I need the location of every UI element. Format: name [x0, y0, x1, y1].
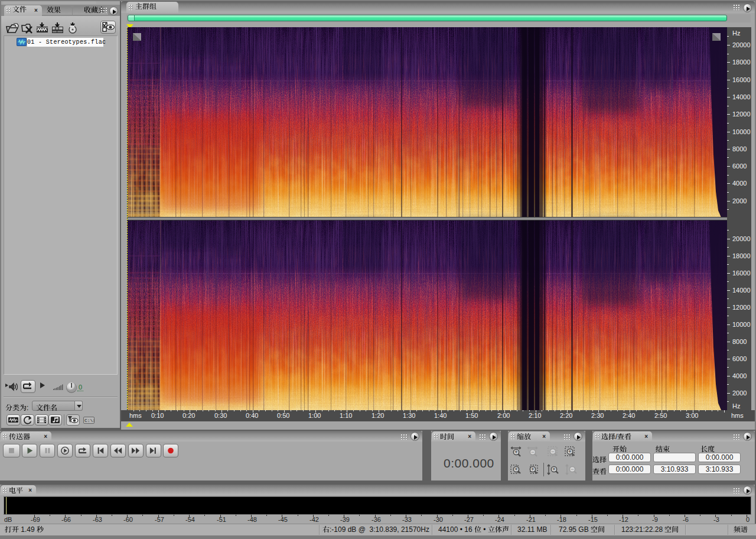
svg-text:−: −	[571, 466, 573, 472]
svg-text:+: +	[568, 449, 571, 454]
svg-text:−: −	[551, 449, 554, 454]
svg-text:+: +	[514, 466, 517, 472]
svg-text:+: +	[531, 466, 534, 472]
svg-text:C:\>: C:\>	[84, 418, 94, 423]
svg-text:+: +	[552, 466, 555, 472]
svg-text:−: −	[531, 449, 534, 455]
svg-text:+: +	[514, 449, 517, 455]
